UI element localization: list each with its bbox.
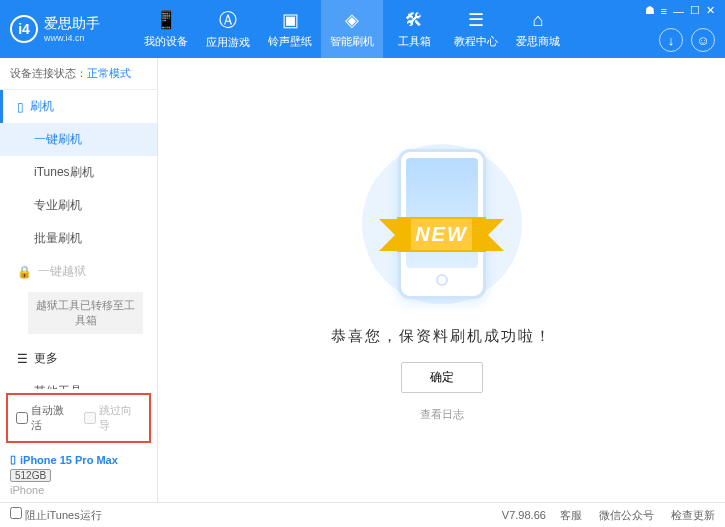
connection-status: 设备连接状态：正常模式	[0, 58, 157, 90]
nav-store[interactable]: ⌂爱思商城	[507, 0, 569, 58]
menu-itunes-flash[interactable]: iTunes刷机	[0, 156, 157, 189]
footer-service[interactable]: 客服	[560, 509, 582, 521]
minimize-icon[interactable]: —	[673, 5, 684, 17]
maximize-icon[interactable]: ☐	[690, 4, 700, 17]
download-button[interactable]: ↓	[659, 28, 683, 52]
device-name: iPhone 15 Pro Max	[20, 454, 118, 466]
device-type: iPhone	[10, 484, 147, 496]
device-storage: 512GB	[10, 469, 51, 482]
menu-icon[interactable]: ≡	[661, 5, 667, 17]
view-log-link[interactable]: 查看日志	[420, 407, 464, 422]
menu-pro-flash[interactable]: 专业刷机	[0, 189, 157, 222]
menu-one-key-flash[interactable]: 一键刷机	[0, 123, 157, 156]
close-icon[interactable]: ✕	[706, 4, 715, 17]
success-message: 恭喜您，保资料刷机成功啦！	[331, 327, 552, 346]
auto-activate-checkbox[interactable]: 自动激活	[16, 403, 74, 433]
menu-group-more[interactable]: ☰更多	[0, 342, 157, 375]
lock-icon: 🔒	[17, 265, 32, 279]
success-illustration: NEW	[352, 139, 532, 309]
app-logo: i4 爱思助手 www.i4.cn	[10, 15, 135, 43]
menu-group-flash[interactable]: ▯刷机	[0, 90, 157, 123]
footer-update[interactable]: 检查更新	[671, 509, 715, 521]
logo-icon: i4	[10, 15, 38, 43]
nav-apps-games[interactable]: Ⓐ应用游戏	[197, 0, 259, 58]
toolbox-icon: 🛠	[405, 10, 423, 31]
nav-smart-flash[interactable]: ◈智能刷机	[321, 0, 383, 58]
ringtone-icon: ▣	[282, 9, 299, 31]
options-highlight-box: 自动激活 跳过向导	[6, 393, 151, 443]
menu-batch-flash[interactable]: 批量刷机	[0, 222, 157, 255]
ok-button[interactable]: 确定	[401, 362, 483, 393]
device-info: ▯iPhone 15 Pro Max 512GB iPhone	[0, 447, 157, 502]
more-icon: ☰	[17, 352, 28, 366]
store-icon: ⌂	[533, 10, 544, 31]
lock-icon[interactable]: ☗	[645, 4, 655, 17]
nav-my-device[interactable]: 📱我的设备	[135, 0, 197, 58]
skip-guide-checkbox[interactable]: 跳过向导	[84, 403, 142, 433]
new-ribbon: NEW	[397, 217, 486, 252]
profile-button[interactable]: ☺	[691, 28, 715, 52]
version-label: V7.98.66	[502, 509, 546, 521]
device-icon: 📱	[155, 9, 177, 31]
menu-group-jailbreak: 🔒一键越狱	[0, 255, 157, 288]
jailbreak-note: 越狱工具已转移至工具箱	[28, 292, 143, 334]
nav-tutorial[interactable]: ☰教程中心	[445, 0, 507, 58]
nav-toolbox[interactable]: 🛠工具箱	[383, 0, 445, 58]
device-small-icon: ▯	[10, 453, 16, 466]
menu-other-tools[interactable]: 其他工具	[0, 375, 157, 389]
footer-wechat[interactable]: 微信公众号	[599, 509, 654, 521]
block-itunes-checkbox[interactable]: 阻止iTunes运行	[10, 507, 102, 523]
apps-icon: Ⓐ	[219, 8, 237, 32]
phone-icon: ▯	[17, 100, 24, 114]
tutorial-icon: ☰	[468, 9, 484, 31]
app-name: 爱思助手	[44, 15, 100, 33]
flash-icon: ◈	[345, 9, 359, 31]
nav-ringtone[interactable]: ▣铃声壁纸	[259, 0, 321, 58]
app-site: www.i4.cn	[44, 33, 100, 43]
